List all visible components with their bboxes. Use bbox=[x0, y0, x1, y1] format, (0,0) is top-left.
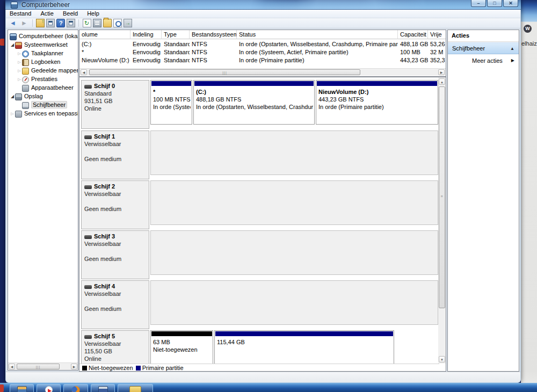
tree-item-apparaatbeheer[interactable]: Apparaatbeheer bbox=[8, 83, 78, 92]
properties-icon[interactable] bbox=[93, 19, 101, 27]
tree-item-logboeken[interactable]: ▷Logboeken bbox=[8, 57, 78, 66]
scroll-left-icon[interactable]: ◀ bbox=[9, 364, 15, 369]
scrollbar-thumb[interactable]: ||| bbox=[17, 364, 60, 369]
start-orb-fragment[interactable] bbox=[0, 384, 4, 392]
no-media-area[interactable] bbox=[150, 180, 438, 225]
collapse-icon[interactable]: ▲ bbox=[510, 43, 514, 54]
background-app-icon: W bbox=[524, 25, 532, 33]
taskbar-button-app[interactable] bbox=[10, 384, 34, 392]
menu-actie[interactable]: Actie bbox=[37, 10, 57, 17]
no-media-area[interactable] bbox=[150, 280, 438, 325]
column-header-status[interactable]: Status bbox=[237, 30, 398, 39]
refresh-icon[interactable]: ↻ bbox=[83, 19, 91, 27]
collapsed-icon[interactable]: ▷ bbox=[10, 110, 15, 118]
disk-label-schijf5[interactable]: Schijf 5 Verwisselbaar 115,50 GB Online bbox=[81, 330, 149, 364]
disk-label-schijf4[interactable]: Schijf 4 Verwisselbaar Geen medium bbox=[81, 280, 149, 329]
help-icon[interactable]: ? bbox=[56, 19, 65, 27]
title-bar[interactable]: Computerbeheer – □ ✕ bbox=[5, 0, 521, 10]
collapsed-icon[interactable]: ▷ bbox=[17, 67, 22, 75]
volume-horizontal-scrollbar[interactable]: ◀ ||| ▶ bbox=[79, 68, 446, 76]
device-manager-icon bbox=[22, 85, 29, 92]
column-header-volume[interactable]: olume bbox=[79, 30, 130, 39]
menu-beeld[interactable]: Beeld bbox=[59, 10, 82, 17]
forward-icon[interactable]: ► bbox=[19, 19, 29, 27]
column-header-bestandssysteem[interactable]: Bestandssysteem bbox=[190, 30, 237, 39]
partition-unallocated[interactable]: 63 MB Niet-toegewezen bbox=[150, 330, 213, 364]
close-button[interactable]: ✕ bbox=[503, 0, 518, 7]
media-player-icon bbox=[45, 386, 53, 392]
desktop-background bbox=[521, 0, 537, 383]
collapsed-icon[interactable]: ▷ bbox=[17, 75, 22, 84]
separator bbox=[448, 41, 519, 42]
minimize-button[interactable]: – bbox=[471, 0, 486, 7]
find-icon[interactable] bbox=[113, 19, 122, 27]
tree-item-taakplanner[interactable]: ▷Taakplanner bbox=[8, 49, 78, 57]
desktop-icon-fragment bbox=[0, 39, 4, 46]
taskbar-button-computer[interactable] bbox=[91, 384, 115, 392]
computer-management-window: Computerbeheer – □ ✕ Bestand Actie Beeld… bbox=[5, 0, 521, 383]
scroll-right-icon[interactable]: ▶ bbox=[71, 364, 77, 369]
expanded-icon[interactable]: ◢ bbox=[10, 41, 15, 49]
background-app-label: elhaiz bbox=[521, 40, 537, 47]
submenu-arrow-icon: ▶ bbox=[511, 55, 514, 66]
scrollbar-thumb[interactable]: ≡ bbox=[439, 86, 445, 308]
window-title: Computerbeheer bbox=[21, 1, 70, 9]
no-media-area[interactable] bbox=[150, 130, 438, 175]
taskbar-button-browser[interactable] bbox=[63, 384, 88, 392]
scroll-right-icon[interactable]: ▶ bbox=[438, 69, 445, 75]
computer-icon bbox=[10, 33, 17, 40]
maximize-button[interactable]: □ bbox=[487, 0, 502, 7]
collapsed-icon[interactable]: ▷ bbox=[17, 58, 22, 67]
partition-primary-schijf5[interactable]: 115,44 GB bbox=[214, 330, 394, 364]
disk-label-schijf1[interactable]: Schijf 1 Verwisselbaar Geen medium bbox=[81, 130, 149, 179]
unallocated-legend-icon bbox=[82, 366, 87, 371]
removable-drive-icon bbox=[84, 285, 92, 289]
folder-icon bbox=[129, 386, 141, 392]
column-header-type[interactable]: Type bbox=[162, 30, 190, 39]
scrollbar-thumb[interactable]: ||| bbox=[89, 69, 360, 75]
disk-label-schijf0[interactable]: Schijf 0 Standaard 931,51 GB Online bbox=[81, 80, 149, 129]
toolbar-separator bbox=[32, 19, 33, 27]
open-folder-icon[interactable] bbox=[103, 19, 112, 27]
scroll-up-icon[interactable]: ▲ bbox=[439, 78, 445, 85]
partition-system-reserved[interactable]: * 100 MB NTFS In orde (Systee bbox=[150, 80, 192, 125]
actions-group-schijfbeheer[interactable]: Schijfbeheer ▲ bbox=[448, 42, 519, 54]
scroll-down-icon[interactable]: ▼ bbox=[439, 356, 445, 362]
expanded-icon[interactable]: ◢ bbox=[10, 92, 15, 101]
no-media-area[interactable] bbox=[150, 230, 438, 275]
disk-management-icon bbox=[22, 102, 29, 109]
back-icon[interactable]: ◄ bbox=[8, 19, 18, 27]
computer-icon bbox=[98, 386, 108, 392]
collapsed-icon[interactable]: ▷ bbox=[17, 49, 22, 58]
task-scheduler-icon bbox=[22, 50, 29, 57]
disk-vertical-scrollbar[interactable]: ▲ ≡ ▼ bbox=[438, 77, 446, 364]
tree-item-gedeelde-mappen[interactable]: ▷Gedeelde mappen bbox=[8, 66, 78, 75]
up-folder-icon[interactable] bbox=[36, 19, 45, 27]
more-actions-item[interactable]: Meer acties ▶ bbox=[448, 55, 519, 66]
console-window-icon[interactable] bbox=[46, 19, 55, 27]
export-list-icon[interactable]: → bbox=[124, 19, 132, 27]
disk-label-schijf2[interactable]: Schijf 2 Verwisselbaar Geen medium bbox=[81, 180, 149, 229]
disk-drive-icon bbox=[84, 85, 92, 89]
tree-item-computerbeheer[interactable]: Computerbeheer (lokaal bbox=[8, 32, 78, 40]
toolbar: ◄ ► ? ↻ → bbox=[6, 18, 520, 28]
menu-help[interactable]: Help bbox=[83, 10, 103, 17]
tree-item-prestaties[interactable]: ▷Prestaties bbox=[8, 75, 78, 83]
tree-item-schijfbeheer[interactable]: Schijfbeheer bbox=[8, 100, 78, 109]
taskbar-button-explorer[interactable] bbox=[118, 384, 153, 392]
scroll-left-icon[interactable]: ◀ bbox=[81, 69, 87, 75]
disk-label-schijf3[interactable]: Schijf 3 Verwisselbaar Geen medium bbox=[81, 230, 149, 279]
taskbar-button-media[interactable] bbox=[37, 384, 61, 392]
column-header-vrije[interactable]: Vrije bbox=[428, 30, 446, 39]
partition-c[interactable]: (C:) 488,18 GB NTFS In orde (Opstarten, … bbox=[193, 80, 315, 125]
tree-item-opslag[interactable]: ◢Opslag bbox=[8, 92, 78, 100]
tree-horizontal-scrollbar[interactable]: ◀ ||| ▶ bbox=[8, 362, 78, 370]
console-window-icon[interactable] bbox=[67, 19, 75, 27]
partition-d[interactable]: NieuwVolume (D:) 443,23 GB NTFS In orde … bbox=[316, 80, 438, 125]
column-header-indeling[interactable]: Indeling bbox=[130, 30, 162, 39]
partition-legend: Niet-toegewezen Primaire partitie bbox=[79, 364, 439, 372]
column-header-capaciteit[interactable]: Capaciteit bbox=[398, 30, 428, 39]
tree-item-services[interactable]: ▷Services en toepassing bbox=[8, 109, 78, 118]
tree-item-systeemwerkset[interactable]: ◢Systeemwerkset bbox=[8, 40, 78, 49]
menu-bestand[interactable]: Bestand bbox=[6, 10, 35, 17]
